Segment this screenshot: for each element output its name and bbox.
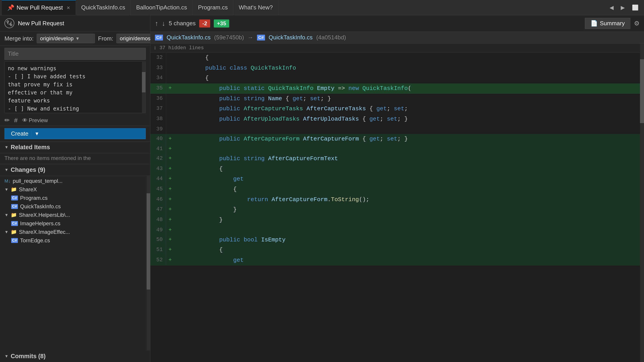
tree-item-quicktaskinfo-cs[interactable]: C# QuickTaskInfo.cs — [0, 202, 150, 211]
tab-scroll-right-icon[interactable]: ▶ — [617, 4, 628, 11]
diff-line-32: 32 { — [150, 53, 640, 63]
diff-scrollbar-thumb — [640, 59, 644, 123]
merge-branch-select[interactable]: origin/develop ▼ — [37, 34, 95, 43]
diff-next-button[interactable]: ↓ — [162, 20, 165, 27]
tab-whatsnew[interactable]: What's New? — [233, 0, 278, 15]
changes-tree-scrollbar-thumb — [146, 193, 150, 290]
folder-chevron-icon: ▼ — [4, 230, 8, 235]
tab-program[interactable]: Program.cs — [193, 0, 234, 15]
line-num-51: 51 — [150, 245, 166, 255]
line-marker-40: + — [166, 134, 174, 144]
changes-count: 5 changes — [169, 20, 196, 27]
preview-button[interactable]: 👁 Preview — [22, 117, 48, 123]
line-code-45: { — [174, 184, 640, 195]
changes-tree-scrollbar[interactable] — [146, 176, 150, 351]
line-code-49 — [174, 225, 640, 235]
description-scrollbar-thumb — [142, 72, 146, 92]
line-code-32: { — [174, 53, 640, 63]
removed-badge: -2 — [199, 19, 210, 27]
related-items-title: Related Items — [11, 144, 50, 151]
line-num-46: 46 — [150, 195, 166, 205]
diff-prev-button[interactable]: ↑ — [155, 20, 158, 27]
line-num-37: 37 — [150, 104, 166, 114]
folder-icon: 📁 — [11, 212, 17, 218]
diff-line-51: 51 + { — [150, 245, 640, 255]
line-code-34: { — [174, 73, 640, 83]
line-marker-34 — [166, 73, 174, 83]
diff-line-45: 45 + { — [150, 184, 640, 195]
markdown-icon: M↓ — [4, 179, 10, 184]
diff-line-43: 43 + { — [150, 164, 640, 174]
tree-item-tornedge-cs[interactable]: C# TornEdge.cs — [0, 236, 150, 245]
hash-icon[interactable]: # — [14, 117, 18, 124]
commits-chevron-icon: ▼ — [4, 354, 8, 359]
diff-line-44: 44 + get — [150, 174, 640, 184]
line-num-50: 50 — [150, 235, 166, 245]
diff-line-33: 33 public class QuickTaskInfo — [150, 63, 640, 73]
tab-scroll-left-icon[interactable]: ◀ — [606, 4, 617, 11]
create-row: Create ▼ — [0, 126, 150, 142]
description-scroll[interactable]: no new warnings - [ ] I have added tests… — [4, 61, 146, 113]
line-marker-38 — [166, 114, 174, 124]
changes-content: M↓ pull_request_templ... ▼ 📁 ShareX C# P… — [0, 176, 150, 351]
added-badge: +35 — [214, 19, 229, 27]
tab-new-pull-request[interactable]: 📌 New Pull Request ✕ — [2, 0, 76, 15]
code-diff: ↕ 37 hidden lines 32 { 33 public class Q… — [150, 43, 644, 362]
csharp-icon: C# — [11, 196, 18, 200]
create-button-dropdown-icon[interactable]: ▼ — [32, 131, 40, 137]
line-num-44: 44 — [150, 174, 166, 184]
hidden-lines-text: ↕ 37 hidden lines — [154, 44, 204, 52]
diff-scrollbar[interactable] — [640, 43, 644, 362]
no-items-text: There are no items mentioned in the — [4, 155, 91, 161]
line-num-36: 36 — [150, 94, 166, 104]
line-code-50: public bool IsEmpty — [174, 235, 640, 245]
commits-header[interactable]: ▼ Commits (8) — [0, 351, 150, 362]
csharp-icon: C# — [11, 238, 18, 243]
tree-item-helperslib-folder[interactable]: ▼ 📁 ShareX.HelpersLib\... — [0, 211, 150, 219]
tree-item-imageeffec-folder[interactable]: ▼ 📁 ShareX.ImageEffec... — [0, 228, 150, 236]
line-num-47: 47 — [150, 205, 166, 215]
title-input[interactable] — [4, 48, 146, 60]
tab-label: New Pull Request — [16, 4, 63, 11]
tab-bar: 📌 New Pull Request ✕ QuickTaskInfo.cs Ba… — [0, 0, 644, 15]
tab-balloontip[interactable]: BalloonTipAction.cs — [131, 0, 192, 15]
from-branch-select[interactable]: origin/demos/Bui...eatePullRequestV1 ▼ — [116, 34, 150, 43]
line-code-51: { — [174, 245, 640, 255]
tab-maximize-icon[interactable]: ⬜ — [628, 4, 642, 11]
create-button[interactable]: Create ▼ — [4, 128, 146, 139]
tab-quicktaskinfo[interactable]: QuickTaskInfo.cs — [76, 0, 131, 15]
line-marker-50: + — [166, 235, 174, 245]
folder-chevron-icon: ▼ — [4, 213, 8, 217]
related-items-content: There are no items mentioned in the — [0, 153, 150, 164]
line-code-38: public AfterUploadTasks AfterUploadTasks… — [174, 114, 640, 124]
tree-item-sharex-folder[interactable]: ▼ 📁 ShareX — [0, 185, 150, 194]
diff-content[interactable]: ↕ 37 hidden lines 32 { 33 public class Q… — [150, 43, 640, 362]
diff-line-46: 46 + return AfterCaptureForm.ToString(); — [150, 195, 640, 205]
tree-item-program-cs[interactable]: C# Program.cs — [0, 194, 150, 202]
changes-header[interactable]: ▼ Changes (9) — [0, 164, 150, 176]
changes-tree: M↓ pull_request_templ... ▼ 📁 ShareX C# P… — [0, 176, 150, 351]
related-items-header[interactable]: ▼ Related Items — [0, 142, 150, 153]
summary-button[interactable]: 📄 Summary — [585, 18, 630, 29]
line-marker-52: + — [166, 255, 174, 266]
settings-button[interactable]: ⚙ — [634, 20, 640, 27]
tree-item-imagehelpers-cs[interactable]: C# ImageHelpers.cs — [0, 219, 150, 228]
left-file-type-badge: C# — [155, 35, 163, 40]
pen-icon[interactable]: ✏ — [4, 117, 10, 124]
line-num-42: 42 — [150, 154, 166, 164]
related-items-chevron-icon: ▼ — [4, 145, 8, 150]
hidden-lines-indicator: ↕ 37 hidden lines — [150, 43, 640, 53]
tree-item-pull-request-template[interactable]: M↓ pull_request_templ... — [0, 177, 150, 185]
line-code-46: return AfterCaptureForm.ToString(); — [174, 195, 640, 205]
line-num-49: 49 — [150, 225, 166, 235]
line-code-33: public class QuickTaskInfo — [174, 63, 640, 73]
description-scrollbar[interactable] — [142, 62, 146, 113]
diff-line-35: 35 + public static QuickTaskInfo Empty =… — [150, 83, 640, 94]
line-marker-46: + — [166, 195, 174, 205]
tree-item-label: TornEdge.cs — [20, 237, 50, 244]
tab-close-icon[interactable]: ✕ — [66, 5, 70, 10]
line-code-48: } — [174, 215, 640, 225]
line-marker-47: + — [166, 205, 174, 215]
line-marker-41: + — [166, 144, 174, 154]
changes-chevron-icon: ▼ — [4, 168, 8, 172]
